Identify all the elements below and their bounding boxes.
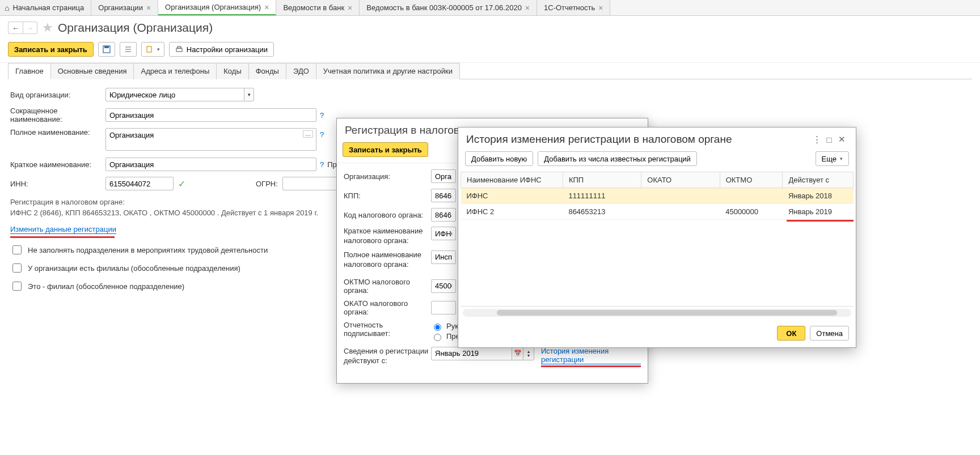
brief-name-input[interactable] — [105, 158, 316, 171]
reg-short-name-input[interactable] — [431, 227, 456, 240]
reg-code-input[interactable] — [431, 208, 456, 222]
chevron-down-icon: ▾ — [840, 156, 843, 161]
modal-registration-history: История изменения регистрации в налогово… — [458, 127, 856, 348]
checkbox-is-branch[interactable] — [12, 282, 22, 291]
ok-button[interactable]: ОК — [777, 326, 805, 341]
app-tab-bar: ⌂ Начальная страница Организации × Орган… — [0, 0, 980, 16]
signer-radio-head[interactable] — [434, 324, 441, 331]
inn-input[interactable] — [105, 177, 174, 190]
reg-okato-label: ОКАТО налогового органа: — [344, 299, 431, 316]
checkbox-has-branches[interactable] — [12, 263, 22, 273]
tab-label: Ведомость в банк 00ЗК-000005 от 17.06.20… — [366, 3, 522, 12]
short-name-input[interactable] — [105, 108, 316, 122]
subtab-main[interactable]: Главное — [8, 63, 51, 79]
nav-back-button[interactable]: ← — [8, 22, 23, 34]
nav-forward-button[interactable]: → — [23, 22, 37, 34]
list-button[interactable] — [120, 42, 137, 57]
help-icon[interactable]: ? — [320, 130, 324, 139]
subtabs: Главное Основные сведения Адреса и телеф… — [0, 63, 980, 79]
save-close-button[interactable]: Записать и закрыть — [8, 42, 94, 57]
tab-organization[interactable]: Организация (Организация) × — [158, 0, 276, 15]
diskette-icon — [103, 45, 111, 53]
subtab-addresses[interactable]: Адреса и телефоны — [133, 63, 217, 79]
subtab-basic[interactable]: Основные сведения — [50, 63, 134, 79]
ogrn-label: ОГРН: — [256, 180, 278, 188]
add-new-button[interactable]: Добавить новую — [465, 151, 533, 166]
tab-label: Организации — [98, 3, 143, 12]
close-icon[interactable]: × — [264, 3, 269, 12]
inn-label: ИНН: — [10, 180, 105, 188]
paperclip-icon — [146, 45, 154, 53]
close-icon[interactable]: × — [146, 3, 151, 12]
brief-name-label: Краткое наименование: — [10, 160, 105, 169]
chevron-down-icon[interactable]: ▾ — [244, 88, 254, 101]
full-name-label: Полное наименование: — [10, 128, 105, 137]
col-okato[interactable]: ОКАТО — [641, 172, 720, 188]
col-oktmo[interactable]: ОКТМО — [720, 172, 783, 188]
reg-valid-date-input[interactable] — [431, 347, 512, 360]
signer-radio-rep[interactable] — [434, 334, 441, 341]
tab-1c-reporting[interactable]: 1С-Отчетность × — [537, 0, 610, 15]
reg-org-label: Организация: — [344, 172, 431, 181]
close-icon[interactable]: ✕ — [835, 133, 848, 146]
reg-oktmo-label: ОКТМО налогового органа: — [344, 278, 431, 295]
reg-full-name-input[interactable] — [431, 250, 456, 264]
reg-code-label: Код налогового органа: — [344, 211, 431, 219]
subtab-funds[interactable]: Фонды — [248, 63, 286, 79]
nav-row: ← → ★ Организация (Организация) — [0, 16, 980, 40]
reg-short-name-label: Краткое наименование налогового органа: — [344, 227, 431, 246]
col-valid-from[interactable]: Действует с — [783, 172, 854, 188]
change-registration-link[interactable]: Изменить данные регистрации — [10, 225, 116, 234]
red-underline — [10, 236, 115, 238]
save-button[interactable] — [98, 42, 115, 57]
close-icon[interactable]: × — [598, 3, 603, 12]
stepper-icon[interactable]: ▴▾ — [523, 347, 534, 360]
reg-org-input[interactable] — [431, 169, 456, 183]
tab-organizations[interactable]: Организации × — [91, 0, 158, 15]
full-name-input[interactable]: Организация — [105, 128, 316, 151]
help-icon[interactable]: ? — [320, 111, 324, 120]
cancel-button[interactable]: Отмена — [810, 326, 849, 341]
tab-label: Организация (Организация) — [165, 3, 261, 11]
col-ifns[interactable]: Наименование ИФНС — [461, 172, 563, 188]
attach-button[interactable]: ▾ — [141, 42, 164, 57]
tab-bank-lists[interactable]: Ведомости в банк × — [276, 0, 360, 15]
page-title: Организация (Организация) — [58, 21, 213, 35]
table-row[interactable]: ИФНС 2 864653213 45000000 Январь 2019 — [461, 204, 854, 220]
close-icon[interactable]: × — [348, 3, 352, 12]
more-button[interactable]: Еще ▾ — [816, 151, 849, 166]
close-icon[interactable]: × — [525, 3, 530, 12]
reg-signer-label: Отчетность подписывает: — [344, 321, 431, 338]
reg-kpp-input[interactable] — [431, 189, 456, 202]
table-row[interactable]: ИФНС 111111111 Январь 2018 — [461, 188, 854, 204]
ellipsis-button[interactable]: … — [303, 130, 313, 138]
tab-bank-list-doc[interactable]: Ведомость в банк 00ЗК-000005 от 17.06.20… — [360, 0, 537, 15]
horizontal-scrollbar[interactable] — [463, 309, 851, 317]
tab-label: 1С-Отчетность — [544, 3, 595, 12]
subtab-edo[interactable]: ЭДО — [286, 63, 316, 79]
reg-oktmo-input[interactable] — [431, 279, 456, 293]
tab-home[interactable]: ⌂ Начальная страница — [0, 0, 91, 15]
org-type-select[interactable] — [105, 88, 244, 101]
kebab-icon[interactable]: ⋮ — [810, 133, 823, 146]
org-settings-button[interactable]: Настройки организации — [169, 42, 274, 57]
help-icon[interactable]: ? — [320, 160, 324, 169]
ogrn-input[interactable] — [282, 177, 339, 190]
favorite-star-icon[interactable]: ★ — [42, 20, 53, 35]
svg-rect-1 — [104, 46, 109, 48]
subtab-policy[interactable]: Учетная политика и другие настройки — [316, 63, 460, 79]
add-from-known-button[interactable]: Добавить из числа известных регистраций — [538, 151, 697, 166]
org-type-label: Вид организации: — [10, 91, 105, 99]
tab-label: Начальная страница — [12, 3, 84, 12]
svg-rect-5 — [147, 46, 151, 52]
modal-reg-save-close-button[interactable]: Записать и закрыть — [343, 142, 428, 157]
history-link[interactable]: История изменения регистрации — [541, 347, 641, 364]
reg-okato-input[interactable] — [431, 301, 456, 314]
checkbox-no-fill-subdiv[interactable] — [12, 245, 22, 254]
svg-rect-7 — [178, 46, 181, 48]
col-kpp[interactable]: КПП — [563, 172, 641, 188]
calendar-icon[interactable]: 📅 — [512, 347, 523, 360]
svg-rect-6 — [176, 48, 182, 52]
maximize-icon[interactable]: □ — [823, 133, 835, 146]
subtab-codes[interactable]: Коды — [216, 63, 248, 79]
